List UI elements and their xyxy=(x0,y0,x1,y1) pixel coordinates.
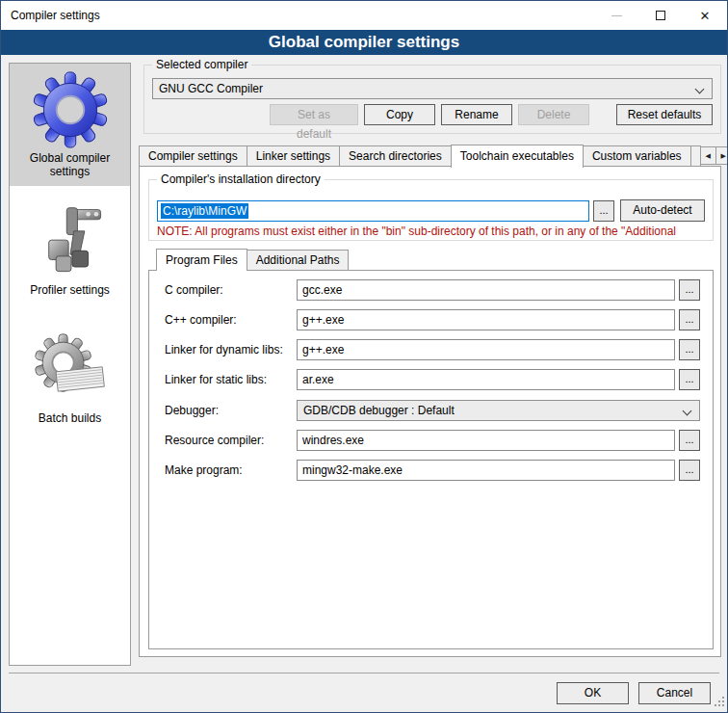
resource-compiler-input[interactable] xyxy=(297,430,675,451)
maximize-icon xyxy=(656,11,665,20)
settings-tab-strip: Compiler settings Linker settings Search… xyxy=(139,144,721,167)
installation-directory-row: C:\raylib\MinGW ... Auto-detect xyxy=(157,199,705,222)
chevron-down-icon xyxy=(683,407,692,416)
field-label: C++ compiler: xyxy=(165,313,297,327)
c-compiler-input[interactable] xyxy=(297,279,675,301)
sidebar-item-global-compiler-settings[interactable]: Global compiler settings xyxy=(10,64,130,186)
triangle-left-icon: ◀ xyxy=(705,152,710,160)
field-label: Linker for dynamic libs: xyxy=(165,343,297,356)
browse-make-program-button[interactable]: ... xyxy=(679,460,700,481)
tab-additional-paths[interactable]: Additional Paths xyxy=(247,250,350,270)
field-label: C compiler: xyxy=(165,283,297,297)
form-row-cpp-compiler: C++ compiler: ... xyxy=(165,309,700,330)
cpp-compiler-input[interactable] xyxy=(297,309,675,330)
sidebar-item-profiler-settings[interactable]: Profiler settings xyxy=(10,192,130,304)
group-label: Compiler's installation directory xyxy=(157,172,325,186)
sidebar-item-batch-builds[interactable]: Batch builds xyxy=(10,310,130,433)
triangle-right-icon: ▶ xyxy=(720,152,725,160)
blue-gear-icon xyxy=(31,71,110,148)
close-icon: ✕ xyxy=(700,10,711,22)
resize-grip[interactable] xyxy=(715,697,725,710)
browse-directory-button[interactable]: ... xyxy=(593,200,614,222)
make-program-input[interactable] xyxy=(297,460,675,481)
browse-resource-compiler-button[interactable]: ... xyxy=(679,430,700,451)
set-as-default-button[interactable]: Set as default xyxy=(270,104,358,125)
debugger-select-value: GDB/CDB debugger : Default xyxy=(303,404,455,417)
window-controls: ✕ xyxy=(594,1,727,30)
tab-custom-variables[interactable]: Custom variables xyxy=(583,145,691,167)
browse-c-compiler-button[interactable]: ... xyxy=(679,279,700,301)
compiler-select[interactable]: GNU GCC Compiler xyxy=(152,78,713,99)
field-label: Resource compiler: xyxy=(165,434,297,447)
close-button[interactable]: ✕ xyxy=(683,1,727,30)
group-label: Selected compiler xyxy=(152,58,251,71)
window-title: Compiler settings xyxy=(1,9,100,22)
debugger-select[interactable]: GDB/CDB debugger : Default xyxy=(297,400,700,421)
page-title: Global compiler settings xyxy=(1,30,727,55)
form-row-make-program: Make program: ... xyxy=(165,460,700,481)
gray-gear-stack-icon xyxy=(31,331,110,409)
program-files-panel: C compiler: ... C++ compiler: ... Linker… xyxy=(148,270,714,649)
sidebar-item-label: Batch builds xyxy=(39,411,101,425)
ok-button[interactable]: OK xyxy=(557,682,629,704)
tab-compiler-settings[interactable]: Compiler settings xyxy=(139,145,247,167)
compiler-select-value: GNU GCC Compiler xyxy=(159,82,263,95)
dynamic-linker-input[interactable] xyxy=(297,339,675,360)
form-row-debugger: Debugger: GDB/CDB debugger : Default xyxy=(165,400,700,421)
programs-tab-strip: Program Files Additional Paths xyxy=(156,249,348,270)
tab-scroll-right-button[interactable]: ▶ xyxy=(715,146,728,165)
field-label: Linker for static libs: xyxy=(165,373,297,386)
delete-button[interactable]: Delete xyxy=(518,104,589,125)
maximize-button[interactable] xyxy=(638,1,683,30)
note-text: NOTE: All programs must exist either in … xyxy=(157,224,711,238)
compiler-buttons: Set as default Copy Rename Delete Reset … xyxy=(270,104,713,125)
chevron-down-icon xyxy=(695,85,705,94)
tab-toolchain-executables[interactable]: Toolchain executables xyxy=(451,145,584,168)
reset-defaults-button[interactable]: Reset defaults xyxy=(616,104,713,125)
tab-scroll-left-button[interactable]: ◀ xyxy=(700,146,716,165)
field-label: Debugger: xyxy=(165,404,297,417)
minimize-icon xyxy=(611,15,622,16)
compiler-settings-dialog: Compiler settings ✕ Global compiler sett… xyxy=(0,0,728,713)
rename-button[interactable]: Rename xyxy=(441,104,512,125)
minimize-button[interactable] xyxy=(594,1,638,30)
browse-dynamic-linker-button[interactable]: ... xyxy=(679,339,700,360)
browse-static-linker-button[interactable]: ... xyxy=(679,369,700,390)
cancel-button[interactable]: Cancel xyxy=(638,682,711,704)
form-row-resource-compiler: Resource compiler: ... xyxy=(165,430,700,451)
tab-search-directories[interactable]: Search directories xyxy=(339,145,452,167)
sidebar-item-label: Global compiler settings xyxy=(12,151,128,178)
sidebar-item-label: Profiler settings xyxy=(30,283,110,297)
selected-compiler-group: Selected compiler GNU GCC Compiler Set a… xyxy=(143,65,721,134)
auto-detect-button[interactable]: Auto-detect xyxy=(620,199,705,222)
copy-button[interactable]: Copy xyxy=(364,104,435,125)
tab-scroll-buttons: ◀ ▶ xyxy=(700,146,728,165)
form-row-dynamic-linker: Linker for dynamic libs: ... xyxy=(165,339,700,360)
caliper-blocks-icon xyxy=(31,203,110,280)
browse-cpp-compiler-button[interactable]: ... xyxy=(679,309,700,330)
installation-directory-group: Compiler's installation directory C:\ray… xyxy=(148,179,714,241)
tab-linker-settings[interactable]: Linker settings xyxy=(247,145,340,167)
form-row-c-compiler: C compiler: ... xyxy=(165,279,700,301)
footer-divider xyxy=(9,673,719,673)
titlebar: Compiler settings ✕ xyxy=(1,1,727,30)
static-linker-input[interactable] xyxy=(297,369,675,390)
selected-path-text: C:\raylib\MinGW xyxy=(161,203,248,219)
tab-program-files[interactable]: Program Files xyxy=(156,249,247,271)
settings-category-list: Global compiler settings P xyxy=(9,63,131,666)
toolchain-executables-page: Compiler's installation directory C:\ray… xyxy=(139,166,721,657)
installation-directory-input[interactable]: C:\raylib\MinGW xyxy=(157,200,589,222)
form-row-static-linker: Linker for static libs: ... xyxy=(165,369,700,390)
field-label: Make program: xyxy=(165,463,297,477)
